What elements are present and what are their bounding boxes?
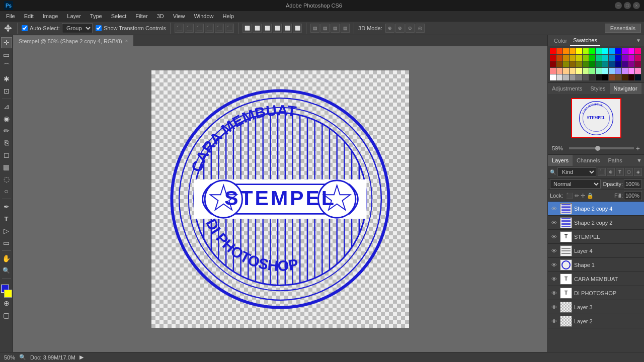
swatches-tab[interactable]: Swatches (570, 35, 600, 46)
swatch-31[interactable] (570, 61, 576, 67)
menu-type[interactable]: Type (86, 12, 106, 20)
swatch-38[interactable] (615, 61, 621, 67)
swatch-28[interactable] (550, 61, 556, 67)
layer-item-2[interactable]: 👁TSTEMPEL (548, 230, 644, 244)
canvas-tab-close[interactable]: × (125, 38, 128, 44)
minimize-button[interactable]: – (615, 2, 622, 9)
menu-file[interactable]: File (2, 12, 19, 20)
layer-item-7[interactable]: 👁Layer 3 (548, 300, 644, 314)
swatch-14[interactable] (550, 55, 556, 61)
swatch-61[interactable] (583, 74, 589, 80)
align-center-h-icon[interactable]: ⬛ (185, 24, 194, 33)
nav-panel-collapse[interactable]: ▼ (641, 83, 644, 94)
swatch-33[interactable] (583, 61, 589, 67)
menu-select[interactable]: Select (107, 12, 131, 20)
paths-tab[interactable]: Paths (604, 155, 626, 166)
gradient-button[interactable]: ▦ (1, 161, 12, 172)
swatch-32[interactable] (576, 61, 582, 67)
swatch-9[interactable] (609, 48, 615, 54)
lasso-tool-button[interactable]: ⌒ (1, 61, 12, 72)
swatch-24[interactable] (615, 55, 621, 61)
swatch-13[interactable] (635, 48, 641, 54)
fill-input[interactable] (624, 191, 642, 200)
zoom-slider[interactable] (569, 147, 634, 149)
doc-size-arrow[interactable]: ▶ (79, 354, 84, 360)
align-top-icon[interactable]: ⬛ (205, 24, 214, 33)
dist-top-icon[interactable]: ⬜ (273, 24, 282, 33)
swatch-48[interactable] (589, 68, 595, 74)
swatch-58[interactable] (563, 74, 569, 80)
quick-select-button[interactable]: ✱ (1, 73, 12, 84)
lock-move-icon[interactable]: ✛ (581, 193, 585, 199)
menu-window[interactable]: Window (190, 12, 217, 20)
swatch-45[interactable] (570, 68, 576, 74)
swatch-21[interactable] (596, 55, 602, 61)
swatch-2[interactable] (563, 48, 569, 54)
layer-eye-1[interactable]: 👁 (550, 219, 558, 227)
swatch-18[interactable] (576, 55, 582, 61)
layer-eye-4[interactable]: 👁 (550, 261, 558, 269)
swatch-52[interactable] (615, 68, 621, 74)
transform-controls-checkbox[interactable] (96, 25, 102, 31)
swatch-67[interactable] (622, 74, 628, 80)
zoom-in-icon[interactable]: + (636, 144, 640, 152)
swatch-44[interactable] (563, 68, 569, 74)
opacity-input[interactable] (624, 179, 642, 189)
close-button[interactable]: × (633, 2, 640, 9)
filter-adjust-icon[interactable]: ⊕ (607, 168, 615, 176)
swatch-66[interactable] (615, 74, 621, 80)
swatch-27[interactable] (635, 55, 641, 61)
adjustments-tab[interactable]: Adjustments (548, 83, 587, 94)
swatch-46[interactable] (576, 68, 582, 74)
navigator-tab[interactable]: Navigator (610, 83, 641, 94)
swatch-68[interactable] (628, 74, 634, 80)
swatch-62[interactable] (589, 74, 595, 80)
dist-bottom-icon[interactable]: ⬜ (293, 24, 302, 33)
layer-eye-0[interactable]: 👁 (550, 205, 558, 213)
brush-button[interactable]: ✏ (1, 125, 12, 136)
menu-edit[interactable]: Edit (20, 12, 38, 20)
layer-eye-3[interactable]: 👁 (550, 247, 558, 255)
swatch-64[interactable] (602, 74, 608, 80)
swatch-56[interactable] (550, 74, 556, 80)
quick-mask-button[interactable]: ⊕ (1, 298, 12, 309)
dist-right-icon[interactable]: ⬜ (263, 24, 272, 33)
layer-item-4[interactable]: 👁Shape 1 (548, 258, 644, 272)
menu-filter[interactable]: Filter (131, 12, 151, 20)
swatch-65[interactable] (609, 74, 615, 80)
align-right-icon[interactable]: ⬛ (195, 24, 204, 33)
lock-position-icon[interactable]: ✏ (575, 193, 579, 199)
dist-center-v-icon[interactable]: ⬜ (283, 24, 292, 33)
swatch-39[interactable] (622, 61, 628, 67)
canvas-tab[interactable]: Stempel @ 50% (Shape 2 copy 4, RGB/8) × (13, 35, 133, 46)
zoom-slider-thumb[interactable] (595, 146, 600, 151)
layer-eye-7[interactable]: 👁 (550, 303, 558, 311)
layout-icon3[interactable]: ▤ (331, 24, 340, 33)
layers-panel-collapse[interactable]: ▼ (634, 157, 644, 163)
swatch-1[interactable] (556, 48, 562, 54)
menu-3d[interactable]: 3D (153, 12, 168, 20)
color-panel-collapse[interactable]: ▼ (636, 38, 641, 43)
swatch-49[interactable] (596, 68, 602, 74)
swatch-41[interactable] (635, 61, 641, 67)
swatch-25[interactable] (622, 55, 628, 61)
dist-left-icon[interactable]: ⬜ (243, 24, 252, 33)
layer-item-8[interactable]: 👁Layer 2 (548, 314, 644, 328)
swatch-55[interactable] (635, 68, 641, 74)
filter-shape-icon[interactable]: ⬡ (625, 168, 633, 176)
menu-help[interactable]: Help (219, 12, 238, 20)
swatch-12[interactable] (628, 48, 634, 54)
swatch-23[interactable] (609, 55, 615, 61)
shape-button[interactable]: ▭ (1, 237, 12, 248)
swatch-29[interactable] (556, 61, 562, 67)
3d-icon3[interactable]: ⊙ (406, 24, 415, 33)
swatch-53[interactable] (622, 68, 628, 74)
lock-pixels-icon[interactable]: ⬛ (566, 193, 573, 199)
blend-mode-select[interactable]: Normal Multiply Screen Overlay (550, 179, 601, 189)
swatch-37[interactable] (609, 61, 615, 67)
layer-item-1[interactable]: 👁Shape 2 copy 2 (548, 216, 644, 230)
path-select-button[interactable]: ▷ (1, 225, 12, 236)
swatch-16[interactable] (563, 55, 569, 61)
menu-image[interactable]: Image (39, 12, 62, 20)
clone-button[interactable]: ⎘ (1, 137, 12, 148)
